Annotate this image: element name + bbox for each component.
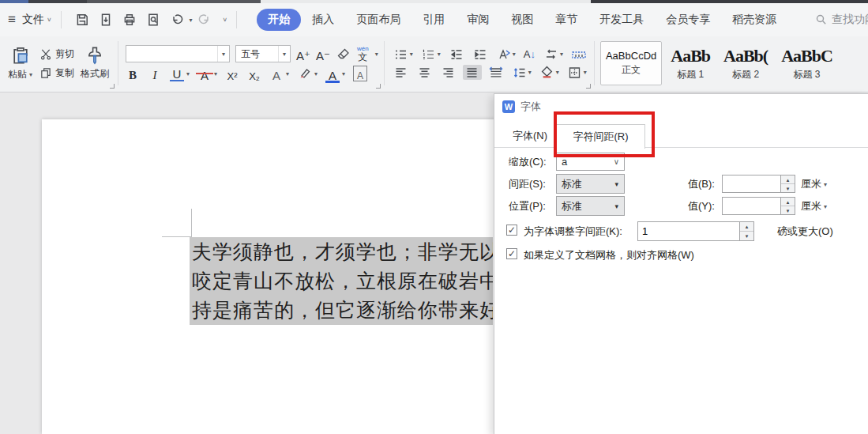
customize-toolbar-chevron-icon[interactable]: ∨ bbox=[223, 17, 228, 23]
superscript-button[interactable]: X² bbox=[225, 66, 239, 81]
font-name-combobox[interactable]: ▾ bbox=[126, 45, 230, 62]
tab-page-layout[interactable]: 页面布局 bbox=[345, 9, 411, 31]
print-button[interactable] bbox=[122, 12, 137, 28]
value-y-unit[interactable]: 厘米▾ bbox=[801, 199, 827, 213]
italic-button[interactable]: I bbox=[148, 66, 162, 81]
highlight-dropdown-icon[interactable]: ▾ bbox=[314, 70, 318, 77]
grow-font-button[interactable]: A⁺ bbox=[296, 46, 310, 62]
highlight-color-button[interactable] bbox=[297, 67, 313, 81]
align-left-button[interactable] bbox=[392, 65, 411, 80]
tab-docer-resources[interactable]: 稻壳资源 bbox=[721, 9, 787, 31]
unit-dropdown-icon[interactable]: ▾ bbox=[824, 203, 827, 210]
undo-button[interactable] bbox=[169, 12, 185, 28]
increase-indent-button[interactable] bbox=[471, 47, 490, 62]
value-y-input[interactable] bbox=[722, 197, 781, 215]
distribute-button[interactable] bbox=[487, 65, 505, 80]
character-border-button[interactable]: A bbox=[353, 66, 367, 81]
paste-dropdown-icon[interactable]: ▾ bbox=[29, 71, 32, 78]
value-b-spinner[interactable]: ▴▾ bbox=[781, 175, 795, 193]
tab-ruler-button[interactable] bbox=[569, 47, 588, 62]
text-effects-button[interactable]: A bbox=[269, 66, 284, 81]
spin-up-icon[interactable]: ▴ bbox=[781, 198, 795, 206]
kerning-checkbox[interactable]: ✓ bbox=[506, 225, 517, 236]
paste-button[interactable]: 粘贴▾ bbox=[5, 43, 36, 83]
scale-chevron-icon[interactable]: ∨ bbox=[614, 157, 624, 166]
copy-button[interactable]: 复制 bbox=[39, 66, 74, 80]
snap-to-grid-checkbox[interactable]: ✓ bbox=[506, 248, 517, 259]
value-b-input[interactable] bbox=[722, 175, 781, 193]
scale-combobox[interactable]: a ∨ bbox=[556, 153, 625, 171]
tab-insert[interactable]: 插入 bbox=[301, 9, 345, 31]
export-button[interactable] bbox=[98, 12, 114, 28]
align-right-button[interactable] bbox=[439, 65, 458, 80]
pinyin-dropdown-icon[interactable]: ▾ bbox=[375, 51, 378, 58]
underline-button[interactable]: U bbox=[170, 66, 184, 81]
tab-developer-tools[interactable]: 开发工具 bbox=[588, 9, 655, 31]
file-menu-button[interactable]: 文件 bbox=[22, 13, 44, 27]
borders-button[interactable]: ▾ bbox=[566, 65, 588, 80]
font-dialog-launcher[interactable] bbox=[376, 84, 381, 89]
unit-dropdown-icon[interactable]: ▾ bbox=[824, 181, 827, 188]
value-b-unit[interactable]: 厘米▾ bbox=[801, 177, 827, 191]
cut-button[interactable]: 剪切 bbox=[39, 47, 74, 61]
print-preview-button[interactable] bbox=[145, 12, 161, 28]
document-line[interactable]: 持是痛苦的，但它逐渐给你带来好处。 bbox=[190, 296, 493, 325]
numbered-list-button[interactable]: ▾ bbox=[419, 47, 442, 62]
bullet-list-button[interactable]: ▾ bbox=[392, 47, 415, 62]
decrease-indent-button[interactable] bbox=[447, 47, 466, 62]
subscript-button[interactable]: X₂ bbox=[247, 66, 261, 81]
tab-view[interactable]: 视图 bbox=[500, 9, 544, 31]
tab-character-spacing[interactable]: 字符间距(R) bbox=[556, 124, 645, 149]
clear-format-button[interactable] bbox=[336, 47, 351, 61]
spacing-combobox[interactable]: 标准 ▾ bbox=[556, 174, 625, 194]
paragraph-dialog-launcher[interactable] bbox=[586, 84, 591, 89]
paragraph-layout-button[interactable]: ▾ bbox=[542, 47, 565, 62]
redo-button[interactable] bbox=[197, 12, 212, 28]
hamburger-menu-icon[interactable]: ≡ bbox=[8, 12, 16, 28]
spacing-dropdown-icon[interactable]: ▾ bbox=[614, 180, 624, 188]
bold-button[interactable]: B bbox=[126, 66, 140, 81]
justify-button[interactable] bbox=[463, 65, 482, 80]
spin-up-icon[interactable]: ▴ bbox=[781, 175, 795, 184]
style-heading-3[interactable]: AaBbC 标题 3 bbox=[776, 41, 837, 85]
selected-paragraph[interactable]: 夫学须静也，才须学也；非学无以广才， 咬定青山不放松，立根原在破岩中；千 持是痛… bbox=[190, 237, 493, 325]
document-line[interactable]: 夫学须静也，才须学也；非学无以广才， bbox=[190, 237, 493, 266]
style-heading-1[interactable]: AaBb 标题 1 bbox=[666, 41, 715, 85]
strikethrough-dropdown-icon[interactable]: ▾ bbox=[214, 70, 217, 77]
line-spacing-button[interactable]: ▾ bbox=[510, 65, 533, 80]
font-color-dropdown-icon[interactable]: ▾ bbox=[342, 70, 345, 77]
sort-button[interactable]: A↓ bbox=[522, 47, 537, 61]
file-chevron-icon[interactable]: ∨ bbox=[47, 17, 52, 23]
position-dropdown-icon[interactable]: ▾ bbox=[614, 202, 624, 210]
value-y-spinner[interactable]: ▴▾ bbox=[781, 197, 795, 215]
style-heading-2[interactable]: AaBb( 标题 2 bbox=[719, 41, 772, 85]
kerning-spinner[interactable]: ▴▾ bbox=[740, 221, 754, 241]
text-direction-button[interactable]: ▾ bbox=[494, 47, 517, 62]
underline-dropdown-icon[interactable]: ▾ bbox=[186, 70, 190, 77]
tab-review[interactable]: 审阅 bbox=[456, 9, 500, 31]
spin-down-icon[interactable]: ▾ bbox=[781, 184, 795, 192]
position-combobox[interactable]: 标准 ▾ bbox=[556, 196, 625, 216]
undo-dropdown-icon[interactable]: ▾ bbox=[190, 17, 193, 24]
tab-references[interactable]: 引用 bbox=[411, 9, 456, 31]
pinyin-guide-button[interactable]: wén 文 bbox=[357, 46, 369, 62]
font-name-dropdown-icon[interactable]: ▾ bbox=[217, 46, 229, 62]
text-effects-dropdown-icon[interactable]: ▾ bbox=[286, 70, 289, 77]
tab-font[interactable]: 字体(N) bbox=[504, 124, 556, 148]
format-painter-button[interactable]: 格式刷 bbox=[77, 44, 112, 82]
spin-up-icon[interactable]: ▴ bbox=[740, 222, 753, 232]
font-color-button[interactable]: A bbox=[325, 66, 340, 81]
clipboard-dialog-launcher[interactable] bbox=[110, 84, 115, 89]
spin-down-icon[interactable]: ▾ bbox=[740, 232, 753, 240]
spin-down-icon[interactable]: ▾ bbox=[781, 206, 795, 214]
shading-button[interactable]: ▾ bbox=[538, 65, 561, 80]
save-button[interactable] bbox=[74, 12, 90, 28]
tab-member-exclusive[interactable]: 会员专享 bbox=[655, 9, 721, 31]
shrink-font-button[interactable]: A⁻ bbox=[316, 46, 330, 62]
kerning-input[interactable] bbox=[637, 221, 740, 241]
search-box[interactable]: 查找功能 bbox=[815, 13, 868, 27]
style-normal[interactable]: AaBbCcDd 正文 bbox=[600, 41, 662, 85]
document-line[interactable]: 咬定青山不放松，立根原在破岩中；千 bbox=[190, 266, 493, 296]
tab-section[interactable]: 章节 bbox=[544, 9, 588, 31]
tab-home[interactable]: 开始 bbox=[257, 9, 301, 31]
